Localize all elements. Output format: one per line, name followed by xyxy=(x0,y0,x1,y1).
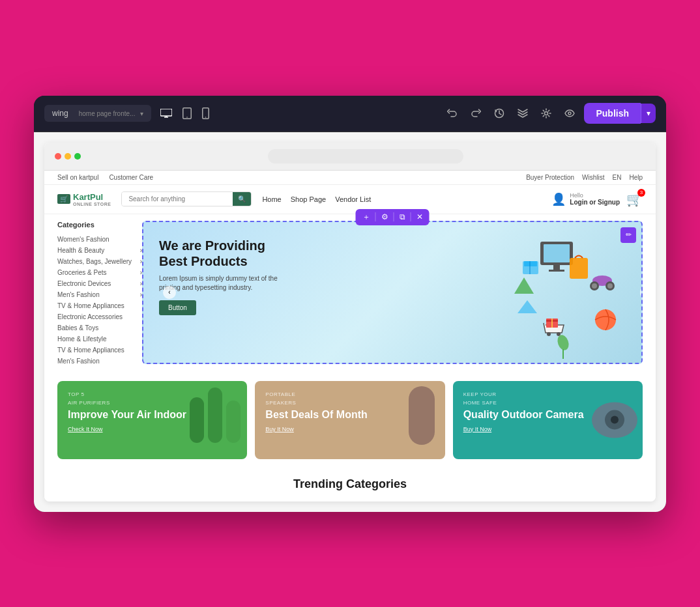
nav-vendor-list[interactable]: Vendor List xyxy=(335,195,371,203)
hero-product-images xyxy=(504,229,635,359)
site-nav: 🛒 KartPul ONLINE STORE 🔍 Home Shop Page xyxy=(44,185,656,214)
maximize-traffic-light xyxy=(74,153,81,160)
svg-point-22 xyxy=(607,283,613,289)
help-link[interactable]: Help xyxy=(629,174,643,181)
nav-home[interactable]: Home xyxy=(262,195,281,203)
add-element-icon[interactable]: ＋ xyxy=(362,212,370,223)
svg-point-21 xyxy=(592,283,597,289)
chevron-down-icon: ▾ xyxy=(140,110,143,117)
svg-point-24 xyxy=(547,332,551,336)
cat-electronic-devices[interactable]: Electronic Devices › xyxy=(57,278,142,289)
nav-shop-page[interactable]: Shop Page xyxy=(291,195,326,203)
undo-button[interactable] xyxy=(443,104,461,122)
cat-electronic-accessories[interactable]: Electronic Accessories xyxy=(57,311,142,322)
product-card-air-purifiers[interactable]: TOP 5 AIR PURIFIERS Improve Your Air Ind… xyxy=(57,381,247,459)
language-selector[interactable]: EN xyxy=(613,174,622,181)
user-area: 👤 Hello Login or Signup xyxy=(551,192,620,206)
publish-button[interactable]: Publish xyxy=(584,103,641,124)
toolbar-right: Publish ▾ xyxy=(443,103,656,124)
hero-title: We are Providing Best Products xyxy=(159,238,289,269)
product-cards-section: TOP 5 AIR PURIFIERS Improve Your Air Ind… xyxy=(44,373,656,467)
wishlist-link[interactable]: Wishlist xyxy=(582,174,604,181)
slider-toolbar: ＋ ⚙ ⧉ ✕ xyxy=(356,209,430,225)
nav-right: 👤 Hello Login or Signup 🛒 3 xyxy=(551,191,643,207)
device-switcher xyxy=(156,104,213,123)
hero-text-area: We are Providing Best Products Lorem Ips… xyxy=(159,238,289,315)
tablet-view-button[interactable] xyxy=(179,104,196,123)
cat-health-beauty[interactable]: Health & Beauty › xyxy=(57,245,142,256)
publish-dropdown-button[interactable]: ▾ xyxy=(641,104,656,123)
customer-care-link[interactable]: Customer Care xyxy=(109,174,153,181)
cat-watches-bags[interactable]: Watches, Bags, Jewellery › xyxy=(57,256,142,267)
categories-title: Categories xyxy=(57,221,142,229)
user-icon: 👤 xyxy=(551,192,566,206)
address-bar[interactable] xyxy=(268,149,463,163)
product-card-camera[interactable]: KEEP YOUR HOME SAFE Quality Outdoor Came… xyxy=(453,381,643,459)
redo-button[interactable] xyxy=(467,104,485,122)
browser-content-area: Sell on kartpul Customer Care Buyer Prot… xyxy=(34,132,666,512)
svg-point-6 xyxy=(205,117,207,118)
cat-tv-home-appliances-2[interactable]: TV & Home Appliances xyxy=(57,345,142,356)
svg-point-9 xyxy=(568,112,571,115)
cat-home-lifestyle[interactable]: Home & Lifestyle xyxy=(57,333,142,345)
layers-button[interactable] xyxy=(514,104,532,122)
close-traffic-light xyxy=(55,153,61,160)
svg-rect-17 xyxy=(529,261,531,274)
hero-slide: ✏ We are Providing Best Products Lorem I… xyxy=(142,221,643,364)
trending-section: Trending Categories xyxy=(44,467,656,501)
sell-on-kartpul-link[interactable]: Sell on kartpul xyxy=(57,174,98,181)
hero-description: Lorem Ipsum is simply dummy text of the … xyxy=(159,274,289,292)
desktop-view-button[interactable] xyxy=(156,105,176,122)
svg-rect-14 xyxy=(570,258,588,279)
toolbar-left: wing home page fronte... ▾ xyxy=(44,104,435,123)
divider-3 xyxy=(411,212,411,221)
editor-toolbar: wing home page fronte... ▾ xyxy=(34,96,666,132)
cat-tv-home-appliances[interactable]: TV & Home Appliances xyxy=(57,300,142,311)
browser-window: wing home page fronte... ▾ xyxy=(34,96,666,512)
mobile-view-button[interactable] xyxy=(198,104,213,123)
cat-mens-fashion-2[interactable]: Men's Fashion xyxy=(57,356,142,367)
tab-title: wing xyxy=(52,109,68,118)
cat-babies-toys[interactable]: Babies & Toys xyxy=(57,322,142,333)
svg-point-4 xyxy=(187,117,188,118)
svg-point-8 xyxy=(545,112,548,115)
settings-element-icon[interactable]: ⚙ xyxy=(381,212,388,221)
divider-1 xyxy=(375,212,376,221)
topbar-left: Sell on kartpul Customer Care xyxy=(57,174,153,181)
preview-button[interactable] xyxy=(561,104,579,122)
logo-icon: 🛒 xyxy=(57,194,70,204)
prev-slide-button[interactable]: ‹ xyxy=(163,286,176,299)
cart-badge: 3 xyxy=(637,189,645,197)
cart-icon-wrap[interactable]: 🛒 3 xyxy=(626,191,643,207)
history-button[interactable] xyxy=(490,104,508,122)
product-card-speakers[interactable]: PORTABLE SPEAKERS Best Deals Of Month Bu… xyxy=(255,381,445,459)
duplicate-element-icon[interactable]: ⧉ xyxy=(400,212,405,221)
svg-rect-13 xyxy=(549,270,564,272)
logo-text: KartPul xyxy=(73,192,111,202)
settings-button[interactable] xyxy=(537,104,555,122)
cat-mens-fashion[interactable]: Men's Fashion › xyxy=(57,289,142,300)
cat-groceries-pets[interactable]: Groceries & Pets › xyxy=(57,267,142,278)
minimize-traffic-light xyxy=(65,153,71,160)
cat-womens-fashion[interactable]: Women's Fashion xyxy=(57,234,142,245)
search-button[interactable]: 🔍 xyxy=(233,192,251,206)
user-greeting: Hello xyxy=(570,192,620,199)
svg-marker-29 xyxy=(514,277,534,294)
svg-rect-11 xyxy=(544,244,570,262)
hero-cta-button[interactable]: Button xyxy=(159,300,196,315)
site-logo: 🛒 KartPul ONLINE STORE xyxy=(57,192,111,206)
website-content: Sell on kartpul Customer Care Buyer Prot… xyxy=(44,171,656,501)
site-main-content: Categories Women's Fashion Health & Beau… xyxy=(44,214,656,373)
search-input[interactable] xyxy=(122,192,233,206)
tab-label[interactable]: wing home page fronte... ▾ xyxy=(44,105,151,122)
login-signup-link[interactable]: Login or Signup xyxy=(570,199,620,206)
buyer-protection-link[interactable]: Buyer Protection xyxy=(526,174,574,181)
inner-browser: Sell on kartpul Customer Care Buyer Prot… xyxy=(44,143,656,501)
close-element-icon[interactable]: ✕ xyxy=(416,212,423,221)
traffic-lights xyxy=(55,153,81,160)
browser-chrome xyxy=(44,143,656,171)
logo-subtext: ONLINE STORE xyxy=(73,202,111,206)
next-slide-button[interactable]: › xyxy=(640,286,643,299)
search-box: 🔍 xyxy=(121,191,252,206)
publish-group: Publish ▾ xyxy=(584,103,656,124)
